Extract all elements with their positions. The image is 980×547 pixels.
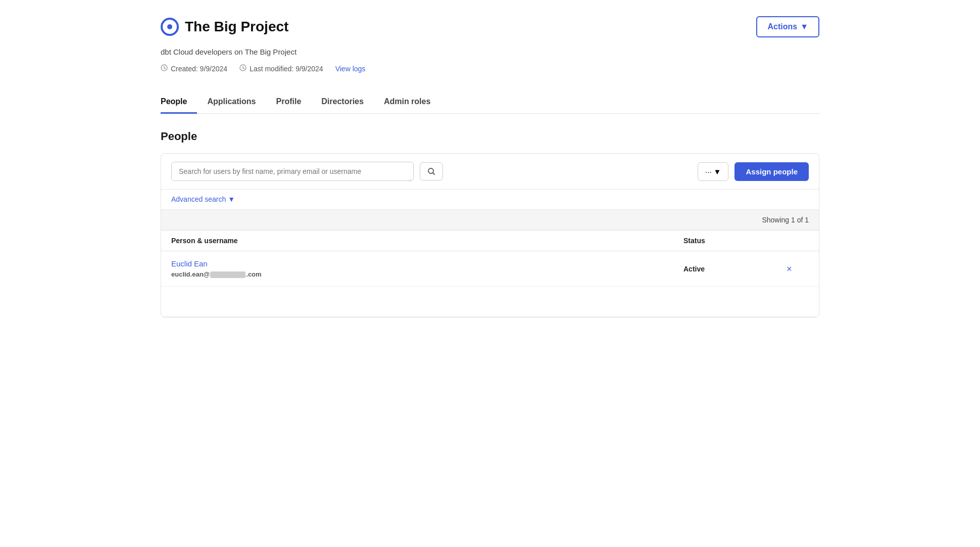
modified-label: Last modified: 9/9/2024 — [250, 65, 323, 73]
assign-people-button[interactable]: Assign people — [734, 162, 809, 181]
more-options-button[interactable]: ··· ▼ — [698, 162, 728, 181]
advanced-search-link[interactable]: Advanced search ▼ — [171, 195, 235, 203]
table-row: Euclid Ean euclid.ean@.com Active × — [161, 251, 819, 287]
advanced-search-row: Advanced search ▼ — [161, 190, 819, 210]
person-name-link[interactable]: Euclid Ean — [171, 259, 683, 268]
action-cell: × — [785, 262, 809, 276]
actions-button[interactable]: Actions ▼ — [756, 16, 819, 37]
empty-row — [161, 287, 819, 317]
person-email: euclid.ean@.com — [171, 270, 262, 278]
page-title: The Big Project — [185, 19, 288, 35]
status-badge: Active — [683, 265, 705, 273]
svg-line-5 — [243, 68, 244, 69]
svg-line-7 — [433, 173, 434, 174]
tab-directories[interactable]: Directories — [311, 91, 374, 114]
page-subtitle: dbt Cloud developers on The Big Project — [161, 48, 819, 56]
section-title: People — [161, 130, 819, 143]
dots-icon: ··· — [705, 167, 712, 176]
email-redacted — [210, 271, 246, 278]
search-input-wrap — [171, 162, 414, 181]
search-toolbar: ··· ▼ Assign people — [161, 154, 819, 190]
chevron-down-icon: ▼ — [800, 22, 808, 31]
tab-people[interactable]: People — [161, 91, 197, 114]
chevron-down-icon: ▼ — [228, 195, 235, 203]
created-meta: Created: 9/9/2024 — [161, 64, 227, 73]
tab-profile[interactable]: Profile — [266, 91, 311, 114]
table-header: Person & username Status — [161, 231, 819, 251]
chevron-icon: ▼ — [714, 167, 721, 176]
column-header-person: Person & username — [171, 237, 683, 245]
person-cell: Euclid Ean euclid.ean@.com — [171, 259, 683, 278]
clock-icon — [161, 64, 168, 73]
status-cell: Active — [683, 265, 785, 273]
tab-applications[interactable]: Applications — [197, 91, 266, 114]
showing-count: Showing 1 of 1 — [161, 210, 819, 231]
people-card: ··· ▼ Assign people Advanced search ▼ Sh… — [161, 153, 819, 317]
search-input[interactable] — [171, 162, 414, 181]
tabs-nav: People Applications Profile Directories … — [161, 91, 819, 114]
modified-meta: Last modified: 9/9/2024 — [239, 64, 323, 73]
view-logs-link[interactable]: View logs — [335, 65, 366, 73]
remove-button[interactable]: × — [785, 262, 794, 276]
tab-admin-roles[interactable]: Admin roles — [374, 91, 440, 114]
app-logo — [161, 18, 179, 36]
meta-row: Created: 9/9/2024 Last modified: 9/9/202… — [161, 64, 819, 73]
svg-line-2 — [164, 68, 166, 69]
search-icon — [427, 167, 435, 175]
clock-icon-2 — [239, 64, 247, 73]
search-button[interactable] — [420, 162, 443, 180]
column-header-status: Status — [683, 237, 785, 245]
resize-handle — [408, 175, 412, 179]
created-label: Created: 9/9/2024 — [171, 65, 227, 73]
